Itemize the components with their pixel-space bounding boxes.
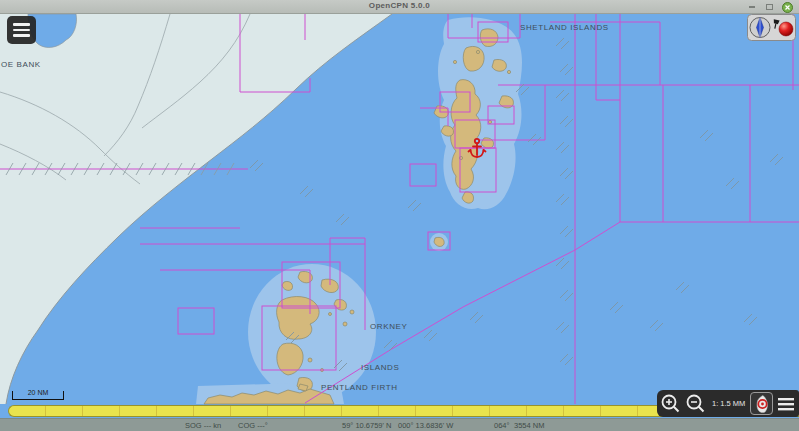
follow-ship-icon [752, 394, 772, 414]
nav-menu-button[interactable] [776, 395, 796, 413]
label-islands: ISLANDS [361, 363, 399, 372]
chart-nav-controls: 1: 1.5 MM [657, 390, 799, 417]
scale-bar-label: 20 NM [13, 389, 63, 396]
label-bank: OE BANK [1, 60, 41, 69]
label-pentland-firth: PENTLAND FIRTH [321, 383, 398, 392]
compass-gps-widget[interactable] [747, 14, 796, 41]
gps-status-icon [779, 22, 793, 36]
close-icon [782, 2, 793, 13]
window-controls [746, 1, 793, 13]
cog-readout: COG ---° [238, 421, 268, 430]
status-bar: SOG --- kn COG ---° 59° 10.6759' N 000° … [0, 418, 799, 431]
sog-readout: SOG --- kn [185, 421, 221, 430]
hamburger-icon [13, 23, 30, 26]
zoom-out-icon [685, 393, 707, 415]
scale-display: 1: 1.5 MM [712, 399, 745, 408]
cursor-latitude: 59° 10.6759' N [342, 421, 391, 430]
cursor-longitude: 000° 13.6836' W [398, 421, 453, 430]
close-button[interactable] [782, 2, 793, 13]
window-titlebar[interactable]: OpenCPN 5.0.0 [0, 0, 799, 14]
minimize-button[interactable] [746, 2, 757, 13]
nautical-chart [0, 14, 799, 418]
label-orkney: ORKNEY [370, 322, 407, 331]
label-shetland-islands: SHETLAND ISLANDS [520, 23, 609, 32]
zoom-in-icon [660, 393, 682, 415]
chart-canvas[interactable]: SHETLAND ISLANDS ORKNEY ISLANDS PENTLAND… [0, 14, 799, 418]
compass-rose-icon [750, 18, 770, 38]
zoom-in-button[interactable] [660, 393, 682, 415]
follow-ship-button[interactable] [750, 392, 773, 415]
zoom-out-button[interactable] [685, 393, 707, 415]
opencpn-window: OpenCPN 5.0.0 [0, 0, 799, 431]
window-title: OpenCPN 5.0.0 [0, 1, 799, 10]
nav-menu-icon [776, 395, 796, 413]
cursor-distance: 3554 NM [514, 421, 544, 430]
scale-bar: 20 NM [12, 391, 64, 400]
main-menu-button[interactable] [7, 16, 36, 44]
cursor-bearing: 064° [494, 421, 510, 430]
minimize-icon [749, 6, 755, 8]
maximize-button[interactable] [764, 2, 775, 13]
compass-widget-icons [747, 14, 796, 41]
maximize-icon [766, 4, 773, 10]
